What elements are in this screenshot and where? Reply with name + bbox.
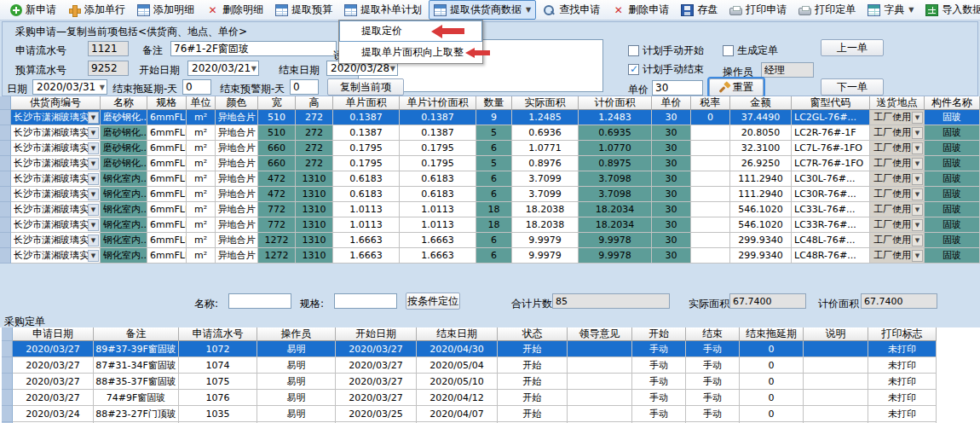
- table-cell[interactable]: 1.0770: [579, 141, 652, 156]
- table-cell[interactable]: 111.2940: [730, 171, 792, 187]
- table-cell[interactable]: [691, 125, 730, 141]
- table-cell[interactable]: LC48L-76#...: [792, 233, 870, 248]
- delay-field[interactable]: [182, 79, 211, 95]
- locate-by-condition-button[interactable]: 按条件定位: [406, 293, 460, 310]
- table-cell[interactable]: 272: [296, 125, 333, 141]
- column-header[interactable]: 金额: [730, 96, 792, 110]
- table-cell[interactable]: 易明: [257, 341, 336, 357]
- table-cell[interactable]: 1272: [258, 248, 296, 264]
- table-cell[interactable]: 1.6663: [400, 248, 476, 264]
- table-cell[interactable]: 2020/03/27: [336, 341, 417, 357]
- table-cell[interactable]: 6mmFLE...: [147, 248, 187, 264]
- table-cell[interactable]: 0: [740, 406, 804, 422]
- column-header[interactable]: 数量: [476, 96, 512, 110]
- table-cell[interactable]: 1.6663: [333, 248, 400, 264]
- table-cell[interactable]: 异地合片: [216, 156, 258, 171]
- dropdown-arrow-icon[interactable]: ▼: [912, 142, 923, 154]
- table-cell[interactable]: [568, 341, 632, 357]
- table-cell[interactable]: 2020/03/27: [13, 390, 94, 406]
- table-row[interactable]: 长沙市潇湘玻璃实...▼钢化室内...6mmFLE...m²异地合片127213…: [0, 233, 980, 248]
- table-cell[interactable]: 手动: [686, 341, 740, 357]
- chevron-down-icon[interactable]: ▼: [100, 84, 105, 91]
- table-cell[interactable]: 1075: [179, 374, 257, 390]
- table-cell[interactable]: [691, 156, 730, 171]
- table-cell[interactable]: 0.1795: [400, 156, 476, 171]
- table-cell[interactable]: 固玻: [925, 171, 980, 187]
- table-cell[interactable]: 手动: [632, 390, 686, 406]
- table-cell[interactable]: 30: [652, 248, 691, 264]
- table-cell[interactable]: LC33R-76#...: [792, 217, 870, 233]
- table-cell[interactable]: 6: [476, 248, 512, 264]
- table-cell[interactable]: m²: [187, 141, 216, 156]
- table-cell[interactable]: [804, 374, 868, 390]
- warn-field[interactable]: [290, 79, 319, 95]
- table-cell[interactable]: 30: [652, 171, 691, 187]
- toolbar-button-9[interactable]: 存盘: [676, 0, 723, 20]
- start-date-picker[interactable]: 2020/03/21 ▼: [187, 61, 259, 76]
- table-cell[interactable]: 2020/03/27: [13, 357, 94, 374]
- table-cell[interactable]: 510: [258, 125, 296, 141]
- table-cell[interactable]: 开始: [498, 390, 568, 406]
- context-menu-item-0[interactable]: 提取定价: [339, 20, 482, 42]
- chevron-down-icon[interactable]: ▼: [908, 6, 914, 14]
- row-selector[interactable]: [0, 156, 11, 171]
- table-cell[interactable]: 磨砂钢化...: [101, 125, 147, 141]
- table-cell[interactable]: m²: [187, 171, 216, 187]
- table-cell[interactable]: [804, 357, 868, 374]
- table-cell[interactable]: 6mmFLE...: [147, 110, 187, 125]
- table-cell[interactable]: 钢化室内...: [101, 202, 147, 217]
- table-cell[interactable]: 易明: [257, 357, 336, 374]
- dropdown-arrow-icon[interactable]: ▼: [88, 127, 99, 139]
- row-selector[interactable]: [0, 248, 11, 264]
- table-cell[interactable]: 手动: [686, 357, 740, 374]
- table-cell[interactable]: 1310: [296, 202, 333, 217]
- table-cell[interactable]: 固玻: [925, 110, 980, 125]
- table-cell[interactable]: 异地合片: [216, 110, 258, 125]
- table-cell[interactable]: 6mmFLE...: [147, 202, 187, 217]
- row-selector[interactable]: [2, 341, 13, 357]
- table-cell[interactable]: 30: [652, 125, 691, 141]
- table-cell[interactable]: 9.9978: [579, 248, 652, 264]
- dropdown-arrow-icon[interactable]: ▼: [88, 188, 99, 200]
- table-cell[interactable]: 易明: [257, 406, 336, 422]
- table-cell[interactable]: 长沙市潇湘玻璃实...▼: [11, 217, 101, 233]
- column-header[interactable]: 打印标志: [868, 327, 937, 341]
- table-cell[interactable]: 手动: [632, 341, 686, 357]
- table-cell[interactable]: 1076: [179, 390, 257, 406]
- table-cell[interactable]: 6mmFLE...: [147, 233, 187, 248]
- table-cell[interactable]: 未打印: [868, 406, 937, 422]
- toolbar-button-11[interactable]: 打印定单: [793, 0, 861, 20]
- table-cell[interactable]: 18.2034: [579, 217, 652, 233]
- chevron-down-icon[interactable]: ▼: [251, 65, 257, 72]
- column-header[interactable]: 结束日期: [417, 327, 498, 341]
- table-cell[interactable]: 0.1387: [400, 125, 476, 141]
- table-cell[interactable]: 0.6183: [333, 171, 400, 187]
- table-cell[interactable]: 472: [258, 171, 296, 187]
- table-cell[interactable]: 固玻: [925, 202, 980, 217]
- table-cell[interactable]: 299.9340: [730, 248, 792, 264]
- table-row[interactable]: 2020/03/2488#23-27F门顶玻1035易明2020/03/2520…: [2, 406, 939, 422]
- table-cell[interactable]: 长沙市潇湘玻璃实...▼: [11, 110, 101, 125]
- table-cell[interactable]: [691, 141, 730, 156]
- table-cell[interactable]: 9.9979: [512, 248, 579, 264]
- checkbox-icon[interactable]: [628, 64, 639, 75]
- column-header[interactable]: 结束拖延期: [740, 327, 804, 341]
- table-cell[interactable]: 钢化室内...: [101, 187, 147, 202]
- table-cell[interactable]: 1310: [296, 187, 333, 202]
- table-row[interactable]: 长沙市潇湘玻璃实...▼钢化室内...6mmFLE...m²异地合片127213…: [0, 248, 980, 264]
- filter-spec-input[interactable]: [334, 293, 397, 309]
- budget-no-field[interactable]: [88, 61, 129, 76]
- column-header[interactable]: 开始: [632, 327, 686, 341]
- table-cell[interactable]: 手动: [686, 374, 740, 390]
- table-cell[interactable]: 6mmFLE...: [147, 187, 187, 202]
- table-cell[interactable]: 未打印: [868, 390, 937, 406]
- table-cell[interactable]: 510: [258, 110, 296, 125]
- table-cell[interactable]: 工厂使用▼: [870, 217, 925, 233]
- table-cell[interactable]: LC7L-76#-1FO: [792, 141, 870, 156]
- table-row[interactable]: 长沙市潇湘玻璃实...▼磨砂钢化...6mmFLE...m²异地合片510272…: [0, 110, 980, 125]
- table-cell[interactable]: [568, 357, 632, 374]
- dropdown-arrow-icon[interactable]: ▼: [88, 235, 99, 246]
- table-cell[interactable]: 0.6183: [400, 187, 476, 202]
- table-cell[interactable]: 6mmFLE...: [147, 171, 187, 187]
- table-cell[interactable]: 异地合片: [216, 171, 258, 187]
